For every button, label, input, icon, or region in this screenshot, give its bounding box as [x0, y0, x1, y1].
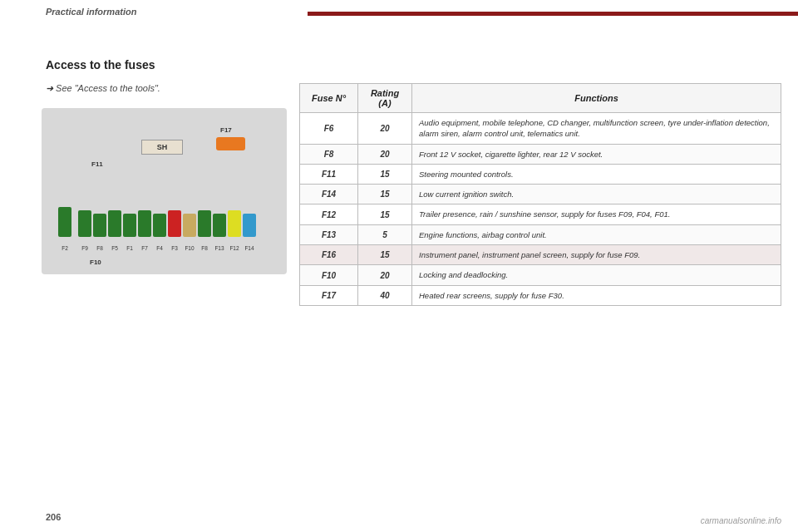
- f10-bottom-label: F10: [90, 259, 101, 266]
- fuse-f12: [228, 210, 241, 237]
- fuse-f4: [153, 214, 166, 237]
- fuse-id: F6: [300, 113, 358, 145]
- fuse-functions: Audio equipment, mobile telephone, CD ch…: [412, 113, 781, 145]
- fuse-rating: 15: [358, 245, 412, 265]
- fuse-label-f8b: F8: [198, 245, 211, 251]
- sh-fuse-box: SH: [141, 140, 183, 155]
- fuse-f10-a: [183, 214, 196, 237]
- fuse-row: [58, 207, 256, 237]
- fuse-label-f9: F9: [78, 245, 91, 251]
- section-title: Access to the fuses: [46, 58, 155, 71]
- f11-label: F11: [91, 160, 103, 168]
- page-number: 206: [46, 512, 61, 522]
- table-row: F1020Locking and deadlocking.: [300, 265, 781, 285]
- fuse-rating: 15: [358, 185, 412, 204]
- page-header-title: Practical information: [0, 7, 136, 17]
- table-row: F1115Steering mounted controls.: [300, 164, 781, 184]
- fuse-label-f8: F8: [93, 245, 106, 251]
- fuse-id: F17: [300, 285, 358, 305]
- fuse-id: F8: [300, 144, 358, 164]
- table-row: F135Engine functions, airbag control uni…: [300, 224, 781, 244]
- fuse-rating: 20: [358, 144, 412, 164]
- fuse-f8b: [198, 210, 211, 237]
- fuse-functions: Locking and deadlocking.: [412, 265, 781, 285]
- table-header-rating: Rating (A): [358, 84, 412, 113]
- fuse-f14: [243, 214, 256, 237]
- fuse-id: F13: [300, 224, 358, 244]
- fuse-diagram: SH F17 F11: [42, 108, 287, 274]
- table-header-fuse: Fuse N°: [300, 84, 358, 113]
- fuse-rating: 20: [358, 113, 412, 145]
- fuse-rating: 5: [358, 224, 412, 244]
- fuse-functions: Low current ignition switch.: [412, 185, 781, 204]
- f17-label: F17: [220, 126, 232, 134]
- table-row: F820Front 12 V socket, cigarette lighter…: [300, 144, 781, 164]
- header-accent-line: [308, 12, 798, 16]
- fuse-table: Fuse N° Rating (A) Functions F620Audio e…: [299, 83, 781, 306]
- fuse-label-f4: F4: [153, 245, 166, 251]
- table-row: F620Audio equipment, mobile telephone, C…: [300, 113, 781, 145]
- fuse-rating: 40: [358, 285, 412, 305]
- fuse-label-f5: F5: [108, 245, 121, 251]
- fuse-f8: [93, 214, 106, 237]
- section-bullet: See "Access to the tools".: [46, 83, 160, 94]
- fuse-functions: Instrument panel, instrument panel scree…: [412, 245, 781, 265]
- table-row: F1215Trailer presence, rain / sunshine s…: [300, 204, 781, 224]
- table-row: F1415Low current ignition switch.: [300, 185, 781, 204]
- fuse-label-f1: F1: [123, 245, 136, 251]
- watermark: carmanualsonline.info: [701, 516, 781, 525]
- fuse-label-f7: F7: [138, 245, 151, 251]
- fuse-label-f13: F13: [213, 245, 226, 251]
- fuse-functions: Heated rear screens, supply for fuse F30…: [412, 285, 781, 305]
- fuse-f1: [123, 214, 136, 237]
- fuse-id: F14: [300, 185, 358, 204]
- fuse-id: F10: [300, 265, 358, 285]
- fuse-functions: Steering mounted controls.: [412, 164, 781, 184]
- fuse-functions: Front 12 V socket, cigarette lighter, re…: [412, 144, 781, 164]
- fuse-f5: [108, 210, 121, 237]
- fuse-functions: Engine functions, airbag control unit.: [412, 224, 781, 244]
- f17-fuse: [216, 137, 245, 150]
- fuse-f9: [78, 210, 91, 237]
- fuse-id: F12: [300, 204, 358, 224]
- fuse-f3: [168, 210, 181, 237]
- table-row: F1740Heated rear screens, supply for fus…: [300, 285, 781, 305]
- fuse-rating: 20: [358, 265, 412, 285]
- fuse-f2: [58, 207, 71, 237]
- fuse-label-f10a: F10: [183, 245, 196, 251]
- table-header-functions: Functions: [412, 84, 781, 113]
- fuse-id: F11: [300, 164, 358, 184]
- fuse-id: F16: [300, 245, 358, 265]
- table-row: F1615Instrument panel, instrument panel …: [300, 245, 781, 265]
- fuse-rating: 15: [358, 164, 412, 184]
- fuse-label-f14: F14: [243, 245, 256, 251]
- fuse-rating: 15: [358, 204, 412, 224]
- fuse-functions: Trailer presence, rain / sunshine sensor…: [412, 204, 781, 224]
- fuse-label-f12: F12: [228, 245, 241, 251]
- fuse-f13: [213, 214, 226, 237]
- fuse-label-f2: F2: [58, 245, 71, 251]
- fuse-label-f3: F3: [168, 245, 181, 251]
- fuse-label-row: F2 F9 F8 F5 F1 F7 F4 F3 F10 F8 F13 F12 F…: [58, 245, 256, 251]
- fuse-f7: [138, 210, 151, 237]
